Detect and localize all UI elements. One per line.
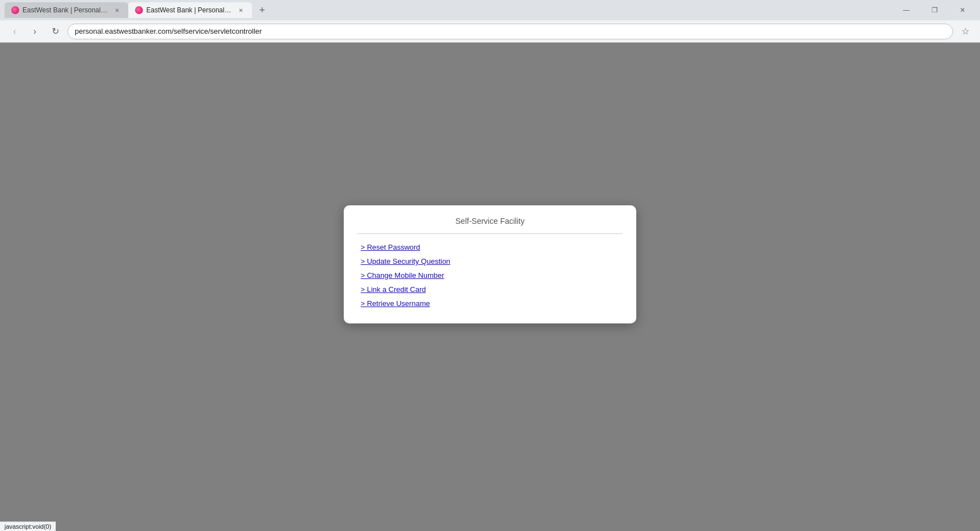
browser-chrome: EastWest Bank | Personal Bankin... ✕ Eas…	[0, 0, 980, 43]
menu-item-change-mobile[interactable]: > Change Mobile Number	[361, 271, 619, 280]
back-button[interactable]: ‹	[7, 24, 23, 39]
minimize-button[interactable]: —	[893, 1, 919, 19]
tab-label-1: EastWest Bank | Personal Bankin...	[23, 6, 109, 14]
menu-item-link-credit-card[interactable]: > Link a Credit Card	[361, 285, 619, 294]
page-content: Self-Service Facility > Reset Password >…	[0, 43, 980, 531]
bookmark-button[interactable]: ☆	[957, 24, 973, 39]
browser-tab-1[interactable]: EastWest Bank | Personal Bankin... ✕	[5, 2, 128, 18]
status-bar: javascript:void(0)	[0, 521, 56, 531]
tab-bar: EastWest Bank | Personal Bankin... ✕ Eas…	[0, 0, 980, 20]
address-bar[interactable]: personal.eastwestbanker.com/selfservice/…	[68, 24, 953, 39]
window-controls: — ❐ ✕	[889, 0, 980, 20]
menu-item-retrieve-username[interactable]: > Retrieve Username	[361, 299, 619, 308]
dialog-card: Self-Service Facility > Reset Password >…	[344, 205, 636, 323]
refresh-button[interactable]: ↻	[47, 24, 63, 39]
status-text: javascript:void(0)	[5, 523, 51, 530]
address-bar-row: ‹ › ↻ personal.eastwestbanker.com/selfse…	[0, 20, 980, 43]
maximize-button[interactable]: ❐	[921, 1, 947, 19]
forward-button[interactable]: ›	[27, 24, 43, 39]
dialog-title: Self-Service Facility	[357, 217, 623, 234]
tab-favicon-1	[11, 6, 19, 14]
tab-label-2: EastWest Bank | Personal Bankin...	[146, 6, 233, 14]
menu-item-update-security[interactable]: > Update Security Question	[361, 257, 619, 266]
tab-close-2[interactable]: ✕	[236, 6, 245, 15]
menu-list: > Reset Password > Update Security Quest…	[357, 243, 623, 308]
tab-close-1[interactable]: ✕	[113, 6, 122, 15]
browser-tab-2[interactable]: EastWest Bank | Personal Bankin... ✕	[128, 2, 252, 18]
new-tab-button[interactable]: +	[254, 2, 270, 18]
menu-item-reset-password[interactable]: > Reset Password	[361, 243, 619, 251]
close-button[interactable]: ✕	[950, 1, 975, 19]
address-text: personal.eastwestbanker.com/selfservice/…	[75, 27, 262, 35]
tab-favicon-2	[135, 6, 143, 14]
